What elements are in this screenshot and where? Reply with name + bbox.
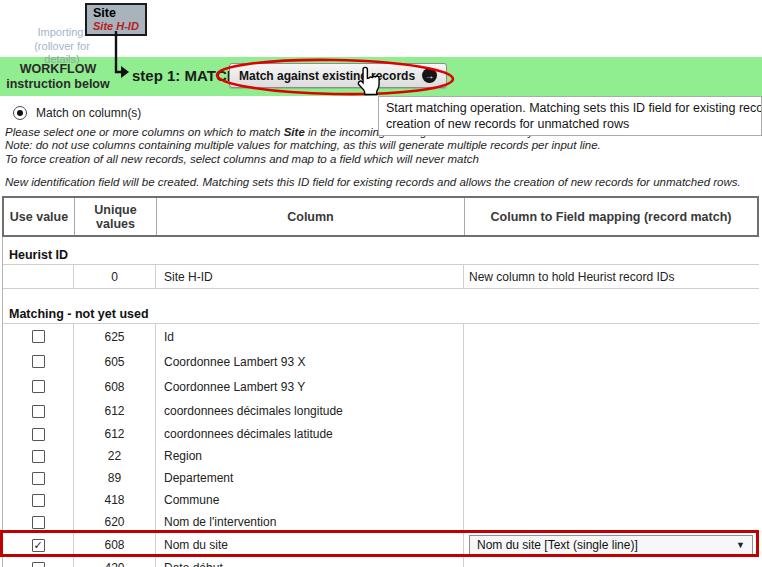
unique-values-cell: 418 [74,489,156,511]
table-row: ✓608Nom du siteNom du site [Text (single… [3,533,759,557]
unique-values-cell: 0 [74,265,156,288]
use-value-cell [3,467,74,489]
arrow-right-circle-icon: → [422,68,437,83]
use-value-cell: ✓ [3,533,74,557]
use-value-cell [3,374,74,399]
new-field-note: New identification field will be created… [5,176,741,188]
unique-values-cell: 22 [74,445,156,467]
importing-note-line3: details) [20,53,104,67]
unique-values-cell: 608 [74,374,156,399]
dropdown-arrow-icon: ▼ [736,540,745,550]
mapping-cell [464,324,759,349]
workflow-label-line2: instruction below [0,77,116,92]
column-name-cell: coordonnees décimales latitude [156,423,464,445]
mapping-cell [464,445,759,467]
column-name-cell: Nom du site [156,533,464,557]
section-header: Matching - not yet used [3,304,759,324]
table-row: 605Coordonnee Lambert 93 X [3,349,759,374]
match-on-columns-label: Match on column(s) [36,106,141,120]
use-value-checkbox[interactable] [32,380,45,393]
import-matching-page: Importing: (rollover for details) Site S… [0,0,762,567]
table-row: 620Nom de l'intervention [3,511,759,533]
header-unique-values: Unique values [75,198,157,235]
section-header: Heurist ID [3,245,759,265]
match-on-columns-option: Match on column(s) [13,106,141,120]
use-value-checkbox[interactable]: ✓ [32,539,45,552]
unique-values-cell: 620 [74,511,156,533]
table-row: 612coordonnees décimales latitude [3,423,759,445]
use-value-cell [3,423,74,445]
use-value-checkbox[interactable] [32,428,45,441]
table-row: 612coordonnees décimales longitude [3,399,759,423]
use-value-checkbox[interactable] [32,355,45,368]
use-value-checkbox[interactable] [32,562,45,567]
use-value-cell [3,265,74,288]
table-top-spacer [3,237,759,245]
mapping-cell [464,489,759,511]
column-name-cell: Commune [156,489,464,511]
match-against-existing-records-button[interactable]: Match against existing records → [229,63,447,88]
match-button-label: Match against existing records [239,69,415,83]
use-value-checkbox[interactable] [32,330,45,343]
mapping-cell [464,349,759,374]
workflow-label: WORKFLOW instruction below [0,62,116,92]
use-value-checkbox[interactable] [32,516,45,529]
table-row: 22Region [3,445,759,467]
table-gap [3,289,759,304]
use-value-cell [3,349,74,374]
mapping-cell [464,399,759,423]
table-row: 625Id [3,324,759,349]
table-row: 418Commune [3,489,759,511]
field-mapping-select-value: Nom du site [Text (single line)] [477,538,638,552]
use-value-cell [3,324,74,349]
unique-values-cell: 612 [74,399,156,423]
mapping-cell [464,423,759,445]
field-mapping-select[interactable]: Nom du site [Text (single line)]▼ [469,535,753,555]
use-value-checkbox[interactable] [32,472,45,485]
column-name-cell: coordonnees décimales longitude [156,399,464,423]
connector-arrow-icon [112,31,132,79]
column-name-cell: Region [156,445,464,467]
match-on-columns-radio[interactable] [13,106,27,120]
use-value-checkbox[interactable] [32,450,45,463]
unique-values-cell: 608 [74,533,156,557]
column-name-cell: Date début [156,557,464,567]
table-row: 420Date début [3,557,759,567]
column-name-cell: Coordonnee Lambert 93 X [156,349,464,374]
use-value-checkbox[interactable] [32,494,45,507]
mapping-cell: New column to hold Heurist record IDs [464,265,759,288]
use-value-cell [3,399,74,423]
column-name-cell: Departement [156,467,464,489]
mapping-cell [464,557,759,567]
table-row: 0Site H-IDNew column to hold Heurist rec… [3,265,759,289]
tooltip-line2: creation of new records for unmatched ro… [386,116,754,132]
column-name-cell: Nom de l'intervention [156,511,464,533]
instructions-line3: To force creation of all new records, se… [5,153,619,166]
table-row: 89Departement [3,467,759,489]
tooltip-line1: Start matching operation. Matching sets … [386,100,754,116]
header-column: Column [157,198,465,235]
header-use-value: Use value [4,198,75,235]
header-field-mapping: Column to Field mapping (record match) [465,198,757,235]
use-value-cell [3,489,74,511]
importing-note-line2: (rollover for [20,40,104,54]
use-value-cell [3,511,74,533]
mapping-cell [464,467,759,489]
column-name-cell: Site H-ID [156,265,464,288]
unique-values-cell: 605 [74,349,156,374]
mapping-cell [464,374,759,399]
unique-values-cell: 89 [74,467,156,489]
unique-values-cell: 612 [74,423,156,445]
table-body: Heurist ID0Site H-IDNew column to hold H… [2,237,759,567]
column-name-cell: Coordonnee Lambert 93 Y [156,374,464,399]
table-header: Use value Unique values Column Column to… [2,196,759,237]
mapping-cell: Nom du site [Text (single line)]▼ [464,533,759,557]
column-name-cell: Id [156,324,464,349]
use-value-cell [3,557,74,567]
unique-values-cell: 420 [74,557,156,567]
use-value-checkbox[interactable] [32,405,45,418]
unique-values-cell: 625 [74,324,156,349]
import-source-title: Site [93,6,139,20]
tooltip: Start matching operation. Matching sets … [378,96,762,136]
use-value-cell [3,445,74,467]
